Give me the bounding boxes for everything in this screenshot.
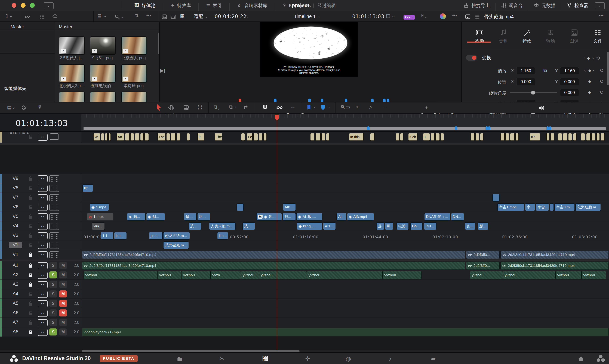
track-enable-icon[interactable]: [49, 185, 59, 192]
subtitle-clip[interactable]: T: [423, 133, 430, 141]
lock-icon[interactable]: [28, 195, 33, 200]
audio-clip-a2[interactable]: yvzhou: [157, 271, 181, 279]
auto-select-toggle[interactable]: ‹›: [38, 232, 48, 239]
subtitle-clip[interactable]: [187, 133, 190, 141]
timeline-clip[interactable]: ◈1.mp4: [90, 203, 109, 211]
subtitle-clip[interactable]: [310, 133, 314, 141]
subtitle-clip[interactable]: W: [93, 133, 100, 141]
subtitle-clip[interactable]: [500, 133, 505, 141]
lock-icon[interactable]: [28, 320, 33, 325]
subtitle-clip[interactable]: [166, 133, 170, 141]
subtitle-clip[interactable]: The: [215, 133, 222, 141]
track-enable-icon[interactable]: [49, 194, 59, 201]
track-header-a7[interactable]: A7‹›SM2.0: [0, 318, 82, 327]
audio-clip-a2[interactable]: yvzhou: [555, 271, 581, 279]
solo-button[interactable]: S: [49, 272, 57, 278]
lock-icon[interactable]: [28, 310, 33, 316]
subtitle-clip[interactable]: [396, 133, 400, 141]
solo-button[interactable]: S: [49, 262, 57, 269]
auto-select-toggle[interactable]: ‹›: [38, 204, 48, 211]
track-enable-icon[interactable]: [49, 242, 59, 249]
track-lane-v7[interactable]: [82, 193, 609, 202]
playhead-line[interactable]: [277, 114, 277, 350]
lock-icon[interactable]: [28, 291, 33, 297]
page-tab-edit[interactable]: ⿚: [262, 355, 268, 362]
audio-clip-a8[interactable]: videoplayback (1).mp4: [82, 328, 609, 336]
timeline-clip[interactable]: jim...: [114, 232, 127, 240]
subtitle-clip[interactable]: [581, 133, 585, 141]
track-name[interactable]: A1: [9, 263, 22, 268]
track-enable-icon[interactable]: [49, 204, 59, 211]
track-name[interactable]: V1: [9, 252, 22, 257]
track-header-a3[interactable]: A3‹›SM2.0: [0, 280, 82, 289]
track-name[interactable]: A3: [9, 282, 22, 287]
track-name[interactable]: V5: [9, 214, 22, 219]
project-home-icon[interactable]: [578, 355, 584, 362]
lock-icon[interactable]: [28, 329, 33, 335]
lock-icon[interactable]: [28, 176, 33, 181]
lock-icon[interactable]: [28, 242, 33, 248]
track-header-v1[interactable]: V1‹›: [0, 240, 82, 250]
subtitle-clip[interactable]: [591, 133, 595, 141]
lock-icon[interactable]: [28, 214, 33, 219]
auto-select-toggle[interactable]: ‹›: [38, 185, 48, 192]
timeline-clip[interactable]: 宇宙1.mp4: [497, 203, 525, 211]
auto-select-toggle[interactable]: ‹›: [38, 134, 48, 141]
subtitle-clip[interactable]: [125, 133, 129, 141]
auto-select-toggle[interactable]: ‹›: [38, 291, 48, 298]
track-header-v3[interactable]: V3‹›: [0, 231, 82, 240]
track-name[interactable]: V3: [9, 233, 22, 238]
timeline-clip[interactable]: 恐...: [242, 222, 255, 230]
subtitle-clip[interactable]: [431, 133, 435, 141]
audio-clip-a1[interactable]: 2d2f3ff0...: [466, 261, 499, 270]
auto-select-toggle[interactable]: ‹›: [38, 272, 48, 279]
subtitle-clip[interactable]: [510, 133, 514, 141]
locked-video-clip[interactable]: 2d2f3ff0cf117311854acf3429fe4710.mp4: [82, 251, 465, 259]
timeline-clip[interactable]: 时...: [82, 184, 93, 192]
track-header-a6[interactable]: A6‹›SM2.0: [0, 308, 82, 318]
timeline-clip[interactable]: 跑...: [465, 222, 475, 230]
track-enable-icon[interactable]: [49, 213, 59, 220]
timeline-clip[interactable]: 母...: [184, 213, 197, 221]
timeline-clip[interactable]: 1.1....: [101, 232, 113, 240]
subtitle-clip[interactable]: [108, 133, 111, 141]
track-enable-icon[interactable]: [49, 251, 59, 258]
audio-clip-a2[interactable]: yvzhou: [83, 271, 157, 279]
subtitle-clip[interactable]: [263, 133, 267, 141]
track-header-v9[interactable]: V9‹›: [0, 174, 82, 183]
audio-clip-a1[interactable]: 2d2f3ff0cf117311854acf3429fe4710.mp4: [500, 261, 609, 270]
subtitle-clip[interactable]: [586, 133, 591, 141]
lock-icon[interactable]: [28, 263, 33, 268]
timeline-clip[interactable]: 眨...: [197, 213, 210, 221]
subtitle-clip[interactable]: [400, 133, 403, 141]
subtitle-clip[interactable]: [568, 133, 572, 141]
lock-icon[interactable]: [28, 282, 33, 287]
ruler-marker-blue[interactable]: [488, 126, 490, 130]
track-lane-v4[interactable]: [82, 221, 609, 231]
solo-button[interactable]: S: [49, 281, 57, 288]
track-header-v5[interactable]: V5‹›: [0, 212, 82, 221]
audio-clip-a2[interactable]: yvzh...: [211, 271, 241, 279]
track-header-a5[interactable]: A5‹›SM2.0: [0, 299, 82, 308]
auto-select-toggle[interactable]: ‹›: [38, 262, 48, 269]
subtitle-clip[interactable]: [176, 133, 180, 141]
timeline-clip[interactable]: AI0....: [283, 203, 296, 211]
page-tab-deliver[interactable]: ➦: [431, 355, 436, 362]
timeline-clip[interactable]: 影...: [478, 222, 488, 230]
subtitle-clip[interactable]: [326, 133, 330, 141]
timeline-zoom-scrollbar[interactable]: [83, 127, 606, 130]
subtitle-clip[interactable]: It: [197, 133, 204, 141]
subtitle-clip[interactable]: [515, 133, 519, 141]
subtitle-clip[interactable]: [130, 133, 134, 141]
timeline-clip[interactable]: 化为细胞.m...: [575, 203, 601, 211]
lock-icon[interactable]: [28, 185, 33, 191]
solo-button[interactable]: S: [49, 290, 57, 298]
ruler-marker-blue[interactable]: [546, 126, 549, 130]
subtitle-clip[interactable]: [480, 133, 484, 141]
mute-button[interactable]: M: [59, 290, 67, 298]
solo-button[interactable]: S: [49, 319, 57, 326]
subtitle-clip[interactable]: In this: [349, 133, 364, 141]
subtitle-clip[interactable]: [596, 133, 600, 141]
subtitle-clip[interactable]: [573, 133, 577, 141]
audio-clip-a1[interactable]: 2d2f3ff0cf117311854acf3429fe4710.mp4: [82, 261, 465, 270]
